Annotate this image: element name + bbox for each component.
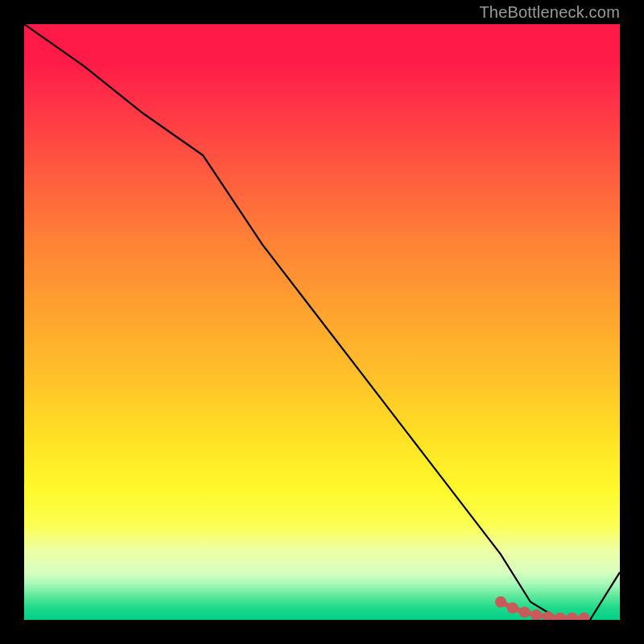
watermark-text: TheBottleneck.com — [479, 3, 620, 22]
plot-area — [24, 24, 620, 620]
optimal-dot — [497, 599, 504, 605]
optimal-dot — [545, 613, 551, 620]
bottleneck-curve — [24, 24, 620, 620]
optimal-dot — [581, 615, 588, 620]
optimal-dot — [522, 609, 528, 615]
optimal-dot — [533, 612, 539, 618]
chart-svg — [24, 24, 620, 620]
optimal-dot — [510, 605, 516, 611]
optimal-dot — [569, 615, 576, 620]
optimal-dot — [557, 615, 564, 620]
chart-stage: TheBottleneck.com — [0, 0, 644, 644]
